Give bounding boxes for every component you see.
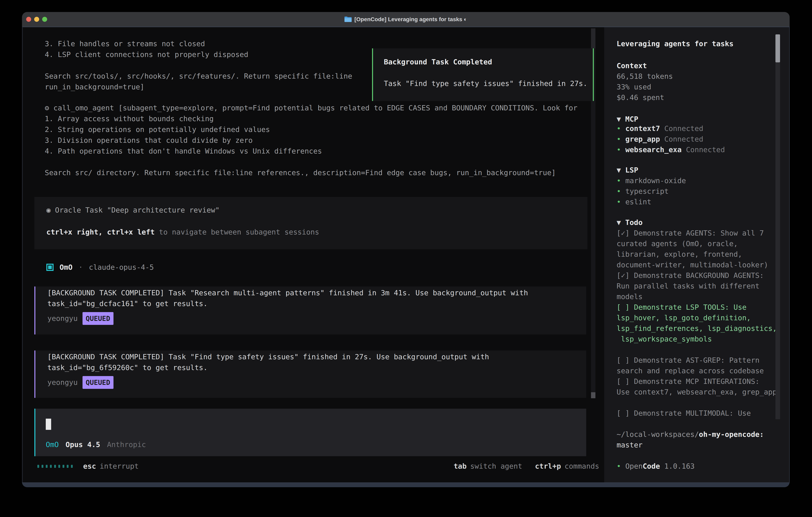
message-background-task-1: [BACKGROUND TASK COMPLETED] Task "Resear… xyxy=(34,287,586,334)
notification-title: Background Task Completed xyxy=(384,57,492,67)
checkbox-checked-icon: [✓] xyxy=(617,271,630,279)
activity-dots xyxy=(37,465,73,468)
esc-hint: esc interrupt xyxy=(83,461,139,472)
mcp-item: •websearch_exa Connected xyxy=(617,144,725,155)
ctrlp-label: commands xyxy=(564,461,599,472)
main-scrollbar-segment-top[interactable] xyxy=(591,28,596,48)
input-agent-name: OmO xyxy=(46,439,59,450)
input-provider-name: Anthropic xyxy=(107,439,146,450)
terminal-window: [OpenCode] Leveraging agents for tasks ◐… xyxy=(22,12,790,487)
agent-header: OmO · claude-opus-4-5 xyxy=(46,262,154,273)
status-dot-icon: • xyxy=(617,462,621,470)
chevron-down-icon: ▼ xyxy=(617,115,625,123)
message-meta: yeongyu QUEUED xyxy=(47,377,114,388)
message-author: yeongyu xyxy=(47,313,78,324)
agent-name: OmO xyxy=(60,262,72,273)
status-dot-icon: • xyxy=(617,198,621,206)
status-dot-icon: • xyxy=(617,176,621,185)
lsp-item: •typescript xyxy=(617,186,686,196)
agent-icon xyxy=(46,264,54,271)
sidebar-scrollbar-track[interactable] xyxy=(776,34,780,419)
todo-item-multimodal: [ ] Demonstrate MULTIMODAL: Use xyxy=(617,408,777,418)
checkbox-empty-icon: [ ] xyxy=(617,356,630,364)
status-bar: esc interrupt tab switch agent ctrl+p co… xyxy=(37,461,599,472)
folder-icon xyxy=(345,17,352,22)
checkbox-empty-icon: [ ] xyxy=(617,303,630,311)
status-dot-icon: • xyxy=(617,145,621,154)
mcp-item: •grep_app Connected xyxy=(617,134,725,144)
message-text: [BACKGROUND TASK COMPLETED] Task "Find t… xyxy=(47,351,489,373)
window-body: 3. File handles or streams not closed 4.… xyxy=(22,27,790,483)
agent-separator: · xyxy=(79,262,83,273)
context-tokens: 66,518 tokens xyxy=(617,71,673,82)
agent-model: claude-opus-4-5 xyxy=(89,262,154,273)
tab-label: switch agent xyxy=(470,461,522,472)
chat-main-area: 3. File handles or streams not closed 4.… xyxy=(23,27,604,483)
workspace-path-prefix: ~/local-workspaces/ xyxy=(617,430,699,438)
main-scrollbar-thumb[interactable] xyxy=(591,392,596,398)
message-text: [BACKGROUND TASK COMPLETED] Task "Resear… xyxy=(47,288,528,309)
app-version: 1.0.163 xyxy=(664,462,695,470)
todo-section-header[interactable]: ▼ Todo xyxy=(617,217,643,228)
workspace-repo: oh-my-opencode: xyxy=(699,430,764,438)
ctrlp-key: ctrl+p xyxy=(535,461,561,472)
status-badge: QUEUED xyxy=(83,376,114,389)
titlebar: [OpenCode] Leveraging agents for tasks ◐ xyxy=(22,12,790,27)
checkbox-empty-icon: [ ] xyxy=(617,377,630,385)
mcp-list: •context7 Connected •grep_app Connected … xyxy=(617,123,725,155)
todo-item-lsp-tools: [ ] Demonstrate LSP TOOLS: Use lsp_hover… xyxy=(617,302,777,344)
todo-item-ast-grep: [ ] Demonstrate AST-GREP: Pattern search… xyxy=(617,355,777,376)
session-sidebar: Leveraging agents for tasks Context 66,5… xyxy=(604,27,789,483)
tool-call-text: ⚙ call_omo_agent [subagent_type=explore,… xyxy=(45,103,592,178)
sidebar-scrollbar-thumb[interactable] xyxy=(776,34,780,62)
todo-item-background-agents: [✓] Demonstrate BACKGROUND AGENTS: Run p… xyxy=(617,270,777,302)
message-meta: yeongyu QUEUED xyxy=(47,313,114,324)
mcp-item: •context7 Connected xyxy=(617,123,725,134)
workspace-path: ~/local-workspaces/oh-my-opencode:master xyxy=(617,429,777,450)
lsp-section-header[interactable]: ▼ LSP xyxy=(617,165,638,175)
mcp-section-header[interactable]: ▼ MCP xyxy=(617,114,638,125)
hint-keys: ctrl+x right, ctrl+x left xyxy=(46,228,155,236)
chevron-down-icon: ▼ xyxy=(617,166,625,174)
tab-key: tab xyxy=(454,461,467,472)
oracle-task-panel: ◉ Oracle Task "Deep architecture review"… xyxy=(34,197,587,249)
esc-label: interrupt xyxy=(100,461,139,472)
titlebar-center: [OpenCode] Leveraging agents for tasks ◐ xyxy=(22,12,790,27)
todo-item-mcp-integrations: [ ] Demonstrate MCP INTEGRATIONS: Use co… xyxy=(617,376,777,397)
status-dot-icon: • xyxy=(617,135,621,143)
message-background-task-2: [BACKGROUND TASK COMPLETED] Task "Find t… xyxy=(34,351,586,398)
checkbox-checked-icon: [✓] xyxy=(617,229,630,237)
lsp-item: •markdown-oxide xyxy=(617,175,686,186)
input-model-name: Opus 4.5 xyxy=(65,439,100,450)
app-name-bold: Code xyxy=(643,462,660,470)
esc-key: esc xyxy=(83,461,96,472)
version-line: •OpenCode 1.0.163 xyxy=(617,461,695,472)
context-header: Context xyxy=(617,60,647,71)
status-dot-icon: • xyxy=(617,124,621,133)
chevron-down-icon: ▼ xyxy=(617,218,625,226)
lsp-item: •eslint xyxy=(617,196,686,207)
subagent-nav-hint: ctrl+x right, ctrl+x left to navigate be… xyxy=(46,227,319,238)
message-author: yeongyu xyxy=(47,377,78,388)
todo-list: [✓] Demonstrate AGENTS: Show all 7 curat… xyxy=(617,228,777,418)
status-badge: QUEUED xyxy=(83,312,114,325)
context-used: 33% used xyxy=(617,82,673,92)
lsp-list: •markdown-oxide •typescript •eslint xyxy=(617,175,686,207)
context-spent: $0.46 spent xyxy=(617,92,673,103)
prompt-input[interactable]: OmO Opus 4.5 Anthropic xyxy=(34,409,586,456)
background-task-notification: Background Task Completed Task "Find typ… xyxy=(372,48,594,101)
checkbox-empty-icon: [ ] xyxy=(617,409,630,417)
status-dot-icon: • xyxy=(617,187,621,195)
screen: [OpenCode] Leveraging agents for tasks ◐… xyxy=(0,0,812,517)
input-meta: OmO Opus 4.5 Anthropic xyxy=(46,439,146,450)
todo-item-agents: [✓] Demonstrate AGENTS: Show all 7 curat… xyxy=(617,228,777,270)
session-title: Leveraging agents for tasks xyxy=(617,38,733,49)
text-cursor xyxy=(46,419,51,430)
notification-body: Task "Find type safety issues" finished … xyxy=(384,78,587,89)
window-bottom-strip xyxy=(22,483,790,487)
window-title: [OpenCode] Leveraging agents for tasks ◐ xyxy=(354,16,467,23)
context-stats: 66,518 tokens 33% used $0.46 spent xyxy=(617,71,673,103)
tab-hint: tab switch agent xyxy=(454,461,522,472)
oracle-task-line: ◉ Oracle Task "Deep architecture review" xyxy=(46,205,220,216)
commands-hint: ctrl+p commands xyxy=(535,461,599,472)
